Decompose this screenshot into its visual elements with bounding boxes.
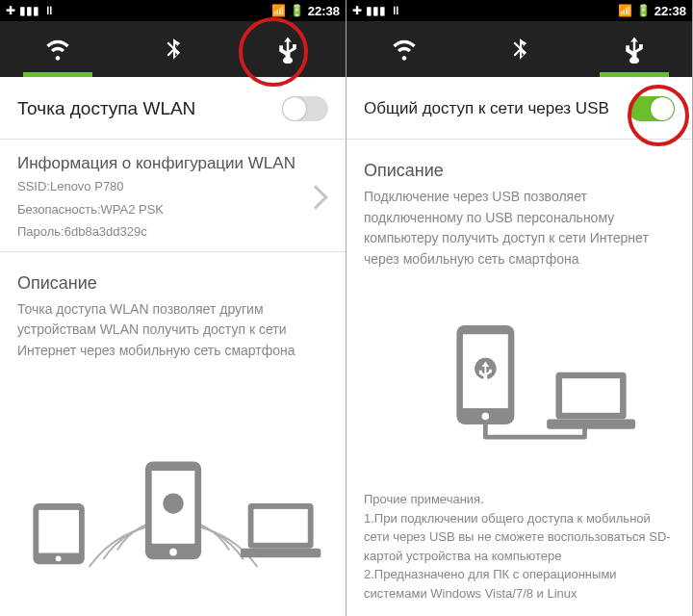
pause-icon: ⏸ (390, 4, 401, 17)
wifi-icon (41, 36, 74, 63)
status-bar: ✚ ▮▮▮ ⏸ 📶 🔋 22:38 (0, 0, 346, 21)
toggle-title: Точка доступа WLAN (17, 98, 195, 119)
svg-rect-15 (562, 378, 620, 413)
wifi-icon (388, 36, 421, 63)
bluetooth-icon (507, 33, 532, 65)
illustration-hotspot (0, 362, 346, 616)
tab-wifi[interactable] (346, 21, 462, 77)
pause-icon: ⏸ (43, 4, 55, 17)
toggle-row-usb: Общий доступ к сети через USB (346, 77, 692, 139)
tab-wifi[interactable] (0, 21, 116, 77)
note-2: 2.Предназначено для ПК с операционными с… (364, 565, 675, 603)
description-text: Точка доступа WLAN позволяет другим устр… (0, 299, 346, 362)
clock: 22:38 (654, 4, 686, 18)
config-security: Безопасность:WPA2 PSK (17, 200, 307, 219)
tab-usb[interactable] (577, 21, 692, 77)
config-ssid: SSID:Lenovo P780 (17, 177, 307, 196)
config-title: Информация о конфигурации WLAN (17, 153, 307, 173)
svg-point-2 (169, 549, 177, 556)
description-title: Описание (0, 252, 346, 299)
svg-rect-9 (240, 549, 320, 558)
status-bar: ✚ ▮▮▮ ⏸ 📶 🔋 22:38 (346, 0, 692, 21)
svg-rect-5 (38, 510, 79, 553)
svg-point-3 (163, 494, 183, 514)
switch-wlan[interactable] (282, 96, 328, 121)
screen-left: ✚ ▮▮▮ ⏸ 📶 🔋 22:38 Точка доступа WLAN (0, 0, 346, 616)
svg-rect-8 (253, 509, 307, 543)
plus-icon: ✚ (352, 4, 362, 17)
toggle-row-wlan: Точка доступа WLAN (0, 77, 346, 139)
usb-icon (620, 32, 649, 66)
notes: Прочие примечания. 1.При подключении общ… (346, 490, 692, 616)
illustration-usb (346, 270, 692, 490)
svg-point-12 (481, 413, 489, 421)
note-1: 1.При подключении общего доступа к мобил… (364, 509, 675, 566)
wifi-icon: 📶 (618, 4, 632, 17)
tab-bar (0, 21, 346, 77)
battery-icon: 🔋 (290, 4, 304, 17)
tab-bar (346, 21, 692, 77)
battery-icon: 🔋 (636, 4, 651, 17)
signal-icon: ▮▮▮ (19, 4, 39, 17)
tab-bluetooth[interactable] (116, 21, 231, 77)
tab-bluetooth[interactable] (462, 21, 578, 77)
bluetooth-icon (161, 33, 186, 65)
wifi-icon: 📶 (271, 4, 286, 17)
plus-icon: ✚ (6, 4, 15, 17)
tab-usb[interactable] (230, 21, 346, 77)
description-title: Описание (346, 140, 692, 187)
svg-point-6 (55, 556, 61, 562)
chevron-right-icon (303, 185, 327, 209)
notes-title: Прочие примечания. (364, 490, 675, 509)
signal-icon: ▮▮▮ (366, 4, 386, 17)
description-text: Подключение через USB позволяет подключе… (346, 187, 692, 270)
toggle-title: Общий доступ к сети через USB (364, 99, 609, 118)
clock: 22:38 (308, 4, 340, 18)
config-password: Пароль:6db8a3dd329c (17, 222, 307, 242)
screen-right: ✚ ▮▮▮ ⏸ 📶 🔋 22:38 Общий доступ к сети че… (346, 0, 693, 616)
config-row[interactable]: Информация о конфигурации WLAN SSID:Leno… (0, 140, 346, 251)
usb-icon (273, 32, 302, 66)
switch-usb[interactable] (629, 96, 675, 121)
svg-rect-16 (547, 419, 635, 428)
